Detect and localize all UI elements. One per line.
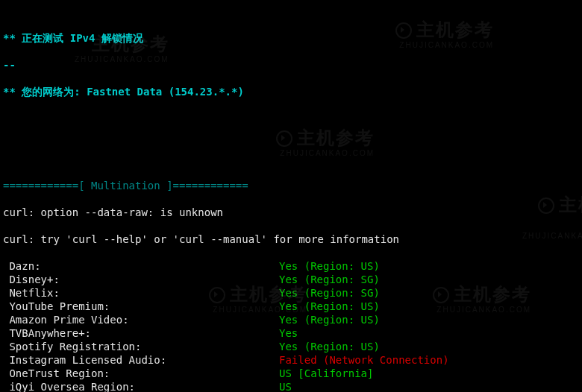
service-name: Instagram Licensed Audio: bbox=[3, 353, 279, 367]
service-row: iQyi Oversea Region:US bbox=[3, 380, 579, 392]
service-row: Amazon Prime Video:Yes (Region: US) bbox=[3, 313, 579, 326]
service-row: Disney+:Yes (Region: SG) bbox=[3, 273, 579, 286]
service-name: Amazon Prime Video: bbox=[3, 313, 279, 326]
service-name: YouTube Premium: bbox=[3, 300, 279, 313]
service-row: Spotify Registration:Yes (Region: US) bbox=[3, 340, 579, 353]
terminal: ** 正在测试 IPv4 解锁情况 -- ** 您的网络为: Fastnet D… bbox=[0, 0, 582, 392]
service-status: US [California] bbox=[279, 367, 373, 380]
blank-line bbox=[3, 139, 579, 152]
services-list: Dazn:Yes (Region: US) Disney+:Yes (Regio… bbox=[3, 259, 579, 392]
service-name: Dazn: bbox=[3, 259, 279, 273]
service-name: iQyi Oversea Region: bbox=[3, 380, 279, 392]
service-name: TVBAnywhere+: bbox=[3, 326, 279, 340]
service-name: Spotify Registration: bbox=[3, 340, 279, 353]
service-status: Yes (Region: US) bbox=[279, 313, 380, 326]
service-row: Dazn:Yes (Region: US) bbox=[3, 259, 579, 273]
service-row: OneTrust Region:US [California] bbox=[3, 367, 579, 380]
service-status: Yes (Region: US) bbox=[279, 259, 380, 273]
service-row: Instagram Licensed Audio:Failed (Network… bbox=[3, 353, 579, 367]
service-status: Yes (Region: SG) bbox=[279, 273, 380, 286]
service-name: Netflix: bbox=[3, 286, 279, 300]
service-row: TVBAnywhere+:Yes bbox=[3, 326, 579, 340]
curl-hint: curl: try 'curl --help' or 'curl --manua… bbox=[3, 233, 579, 246]
section-multination-divider: ============[ Multination ]============ bbox=[3, 179, 579, 192]
status-network: ** 您的网络为: Fastnet Data (154.23.*.*) bbox=[3, 85, 579, 98]
service-status: Yes (Region: US) bbox=[279, 340, 380, 353]
service-status: Failed (Network Connection) bbox=[279, 353, 449, 367]
service-status: Yes bbox=[279, 326, 298, 340]
service-status: US bbox=[279, 380, 292, 392]
curl-error: curl: option --data-raw: is unknown bbox=[3, 206, 579, 219]
service-status: Yes (Region: US) bbox=[279, 300, 380, 313]
blank-line bbox=[3, 112, 579, 125]
service-row: YouTube Premium:Yes (Region: US) bbox=[3, 300, 579, 313]
service-row: Netflix:Yes (Region: SG) bbox=[3, 286, 579, 300]
status-testing: ** 正在测试 IPv4 解锁情况 bbox=[3, 31, 579, 45]
service-name: Disney+: bbox=[3, 273, 279, 286]
status-dashes: -- bbox=[3, 58, 579, 72]
service-name: OneTrust Region: bbox=[3, 367, 279, 380]
service-status: Yes (Region: SG) bbox=[279, 286, 380, 300]
